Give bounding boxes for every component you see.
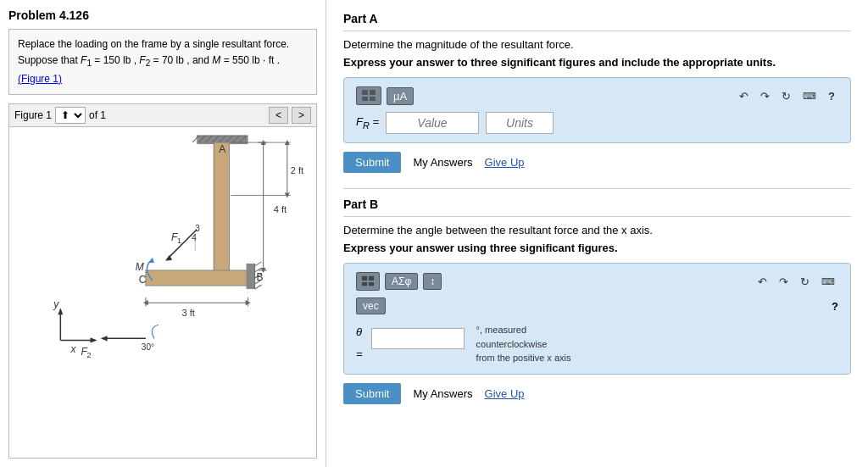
- svg-marker-31: [91, 337, 97, 342]
- redo-button-b[interactable]: ↷: [776, 274, 792, 290]
- value-input[interactable]: [386, 112, 479, 134]
- svg-rect-57: [369, 276, 374, 281]
- part-b-toolbar: ΑΣφ ↕ ↶ ↷ ↻ ⌨: [356, 272, 838, 291]
- part-a-title: Part A: [343, 12, 851, 31]
- part-a-description: Determine the magnitude of the resultant…: [343, 38, 851, 51]
- figure-controls: Figure 1 ⬆ of 1 < >: [8, 103, 317, 127]
- fig-next-button[interactable]: >: [292, 107, 311, 124]
- svg-text:3: 3: [195, 223, 200, 232]
- right-panel: Part A Determine the magnitude of the re…: [326, 0, 868, 467]
- svg-rect-59: [369, 282, 374, 286]
- keyboard-button[interactable]: ⌨: [799, 89, 820, 103]
- part-a-submit-row: Submit My Answers Give Up: [343, 152, 851, 173]
- fr-label: FR =: [356, 115, 379, 131]
- svg-rect-13: [247, 264, 255, 289]
- part-b-answer-box: ΑΣφ ↕ ↶ ↷ ↻ ⌨ vec ? θ= °, measured: [343, 263, 851, 375]
- theta-input[interactable]: [371, 328, 465, 349]
- svg-line-19: [255, 285, 262, 289]
- redo-button[interactable]: ↷: [757, 88, 773, 104]
- problem-title: Problem 4.126: [8, 8, 317, 22]
- keyboard-button-b[interactable]: ⌨: [818, 275, 838, 289]
- of-label: of 1: [89, 109, 106, 121]
- matrix2-icon: [361, 275, 375, 288]
- units-input[interactable]: [486, 112, 554, 134]
- mu-a-button[interactable]: µA: [387, 87, 414, 105]
- label-B: B: [257, 271, 264, 283]
- my-answers-label-a: My Answers: [413, 156, 472, 169]
- help-b: ?: [832, 300, 838, 313]
- angle-note-line2: counterclockwise: [476, 339, 548, 349]
- theta-input-group: θ=: [356, 321, 363, 365]
- refresh-button-b[interactable]: ↻: [797, 274, 813, 290]
- part-b-description: Determine the angle between the resultan…: [343, 224, 851, 236]
- svg-text:2: 2: [87, 351, 92, 359]
- svg-line-15: [255, 262, 262, 266]
- part-a-toolbar: µA ↶ ↷ ↻ ⌨ ?: [356, 86, 838, 105]
- refresh-button[interactable]: ↻: [778, 88, 794, 104]
- part-b-section: Part B Determine the angle between the r…: [343, 197, 851, 404]
- svg-rect-12: [146, 270, 248, 286]
- dim-2ft: 2 ft: [291, 165, 303, 175]
- vec-row: vec ?: [356, 297, 838, 314]
- undo-button-b[interactable]: ↶: [754, 274, 771, 290]
- svg-text:1: 1: [177, 236, 181, 245]
- help-button-a[interactable]: ?: [825, 88, 838, 104]
- fig-prev-button[interactable]: <: [269, 107, 288, 124]
- part-b-instruction: Express your answer using three signific…: [343, 242, 851, 254]
- svg-text:y: y: [53, 298, 59, 310]
- svg-rect-54: [362, 97, 368, 101]
- svg-rect-56: [362, 276, 367, 281]
- my-answers-label-b: My Answers: [413, 387, 472, 400]
- svg-rect-58: [362, 282, 367, 286]
- left-panel: Problem 4.126 Replace the loading on the…: [0, 0, 326, 467]
- figure-select[interactable]: ⬆: [55, 107, 86, 124]
- asso-button[interactable]: ΑΣφ: [385, 273, 418, 290]
- matrix-button[interactable]: [356, 86, 381, 105]
- undo-button[interactable]: ↶: [736, 88, 752, 104]
- figure-label: Figure 1: [14, 109, 52, 121]
- part-a-section: Part A Determine the magnitude of the re…: [343, 12, 851, 173]
- label-C: C: [139, 274, 147, 286]
- label-M: M: [136, 261, 145, 273]
- give-up-link-b[interactable]: Give Up: [485, 387, 525, 400]
- part-b-input-row: θ= °, measured counterclockwise from the…: [356, 321, 838, 365]
- part-a-instruction: Express your answer to three significant…: [343, 56, 851, 69]
- matrix-icon: [361, 89, 376, 103]
- problem-description: Replace the loading on the frame by a si…: [8, 29, 317, 95]
- dim-3ft: 3 ft: [181, 308, 194, 318]
- svg-rect-52: [362, 90, 368, 95]
- theta-label: θ=: [356, 321, 363, 365]
- part-a-input-row: FR =: [356, 112, 838, 134]
- submit-button-a[interactable]: Submit: [343, 152, 401, 173]
- arrows-button[interactable]: ↕: [423, 273, 442, 290]
- svg-rect-55: [370, 97, 376, 101]
- angle-note-line1: °, measured: [476, 325, 526, 335]
- label-A: A: [219, 143, 226, 155]
- part-a-answer-box: µA ↶ ↷ ↻ ⌨ ? FR =: [343, 77, 851, 143]
- vec-button[interactable]: vec: [356, 297, 386, 314]
- part-b-submit-row: Submit My Answers Give Up: [343, 383, 851, 404]
- diagram-svg: A B C F 1 3 4 M y: [9, 127, 316, 400]
- svg-text:30°: 30°: [142, 342, 154, 352]
- dim-4ft: 4 ft: [274, 203, 287, 214]
- submit-button-b[interactable]: Submit: [343, 383, 401, 404]
- angle-note-line3: from the positive x axis: [476, 353, 571, 363]
- svg-rect-11: [214, 142, 229, 279]
- svg-text:4: 4: [192, 232, 197, 242]
- figure1-link[interactable]: (Figure 1): [18, 73, 62, 85]
- part-b-title: Part B: [343, 197, 851, 217]
- matrix-button-b[interactable]: [356, 272, 380, 291]
- divider: [343, 188, 851, 189]
- svg-marker-35: [101, 336, 108, 341]
- desc-text: Replace the loading on the frame by a si…: [18, 38, 289, 85]
- angle-note: °, measured counterclockwise from the po…: [476, 323, 571, 365]
- diagram-area: A B C F 1 3 4 M y: [8, 127, 317, 459]
- give-up-link-a[interactable]: Give Up: [485, 156, 525, 169]
- figure-nav: < >: [269, 107, 311, 124]
- svg-rect-53: [370, 90, 376, 95]
- svg-marker-26: [148, 258, 154, 263]
- svg-text:x: x: [70, 343, 76, 355]
